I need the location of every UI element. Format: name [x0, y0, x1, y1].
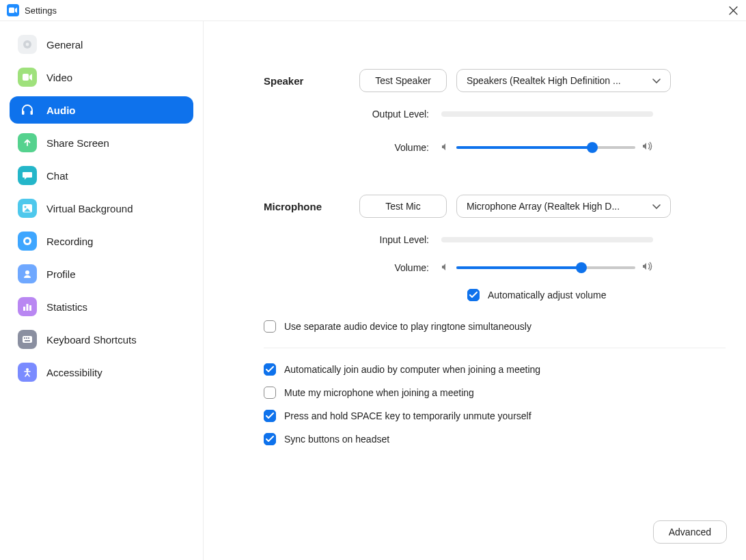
sidebar-item-label: Chat — [46, 170, 68, 182]
auto-join-audio-checkbox[interactable]: Automatically join audio by computer whe… — [264, 363, 726, 376]
svg-rect-11 — [23, 307, 25, 311]
checkbox-label: Sync buttons on headset — [284, 434, 389, 445]
sidebar-item-profile[interactable]: Profile — [10, 260, 193, 288]
sidebar-item-label: Profile — [46, 268, 76, 280]
svg-rect-16 — [26, 337, 27, 339]
svg-rect-4 — [22, 111, 25, 115]
sidebar-item-label: Virtual Background — [46, 203, 133, 214]
speaker-low-icon — [441, 262, 450, 274]
share-screen-icon — [18, 133, 37, 152]
sidebar-item-label: Audio — [46, 104, 76, 116]
sidebar-item-statistics[interactable]: Statistics — [10, 293, 193, 320]
speaker-high-icon — [642, 262, 653, 274]
sidebar-item-chat[interactable]: Chat — [10, 162, 193, 189]
headphones-icon — [18, 100, 37, 120]
profile-icon — [18, 264, 37, 283]
microphone-device-dropdown[interactable]: Microphone Array (Realtek High D... — [456, 195, 671, 218]
svg-rect-14 — [23, 336, 32, 343]
checkbox-box — [264, 410, 276, 422]
space-unmute-checkbox[interactable]: Press and hold SPACE key to temporarily … — [264, 410, 726, 422]
svg-rect-12 — [27, 304, 29, 311]
checkbox-box — [264, 387, 276, 399]
svg-rect-13 — [29, 305, 31, 311]
microphone-section: Microphone Test Mic Microphone Array (Re… — [264, 195, 726, 301]
microphone-device-value: Microphone Array (Realtek High D... — [467, 201, 620, 212]
svg-point-9 — [25, 239, 29, 243]
titlebar: Settings — [0, 0, 746, 21]
accessibility-icon — [18, 363, 37, 382]
sidebar-item-general[interactable]: General — [10, 31, 193, 58]
divider — [264, 348, 726, 348]
window-title: Settings — [25, 5, 57, 16]
sidebar-item-label: Keyboard Shortcuts — [46, 334, 137, 346]
sidebar-item-label: Recording — [46, 236, 93, 247]
output-level-label: Output Level: — [264, 109, 441, 120]
sidebar-item-label: Video — [46, 72, 72, 83]
mute-on-join-checkbox[interactable]: Mute my microphone when joining a meetin… — [264, 387, 726, 399]
microphone-label: Microphone — [264, 201, 359, 212]
chevron-down-icon — [652, 75, 661, 86]
sidebar-item-keyboard-shortcuts[interactable]: Keyboard Shortcuts — [10, 326, 193, 353]
sidebar-item-label: Share Screen — [46, 137, 109, 149]
app-logo — [7, 4, 19, 16]
checkbox-label: Mute my microphone when joining a meetin… — [284, 387, 474, 398]
statistics-icon — [18, 297, 37, 316]
sidebar-item-share-screen[interactable]: Share Screen — [10, 129, 193, 156]
svg-rect-18 — [25, 340, 30, 341]
speaker-low-icon — [441, 141, 450, 154]
gear-icon — [18, 35, 37, 54]
svg-point-7 — [25, 206, 27, 208]
test-mic-button[interactable]: Test Mic — [359, 195, 447, 218]
svg-point-10 — [25, 270, 29, 275]
image-icon — [18, 199, 37, 218]
output-level-meter — [441, 111, 653, 117]
speaker-volume-slider[interactable] — [441, 141, 653, 154]
main-container: General Video Audio Share Screen Chat — [0, 21, 746, 560]
svg-point-2 — [26, 43, 29, 46]
sidebar-item-audio[interactable]: Audio — [10, 96, 193, 124]
checkbox-label: Automatically adjust volume — [488, 290, 607, 300]
speaker-volume-label: Volume: — [264, 142, 441, 153]
checkbox-box — [264, 433, 276, 445]
close-button[interactable] — [727, 4, 739, 16]
svg-rect-15 — [24, 337, 25, 339]
chevron-down-icon — [652, 201, 661, 212]
sidebar: General Video Audio Share Screen Chat — [0, 21, 204, 560]
speaker-section: Speaker Test Speaker Speakers (Realtek H… — [264, 69, 726, 154]
speaker-high-icon — [642, 141, 653, 154]
sync-headset-checkbox[interactable]: Sync buttons on headset — [264, 433, 726, 445]
input-level-label: Input Level: — [264, 234, 441, 245]
mic-volume-slider[interactable] — [441, 262, 653, 274]
separate-ringtone-checkbox[interactable]: Use separate audio device to play ringto… — [264, 320, 531, 333]
audio-settings-panel: Speaker Test Speaker Speakers (Realtek H… — [204, 21, 746, 560]
svg-rect-3 — [23, 74, 29, 81]
sidebar-item-virtual-background[interactable]: Virtual Background — [10, 195, 193, 222]
svg-rect-17 — [28, 337, 29, 339]
record-icon — [18, 232, 37, 251]
checkbox-label: Press and hold SPACE key to temporarily … — [284, 410, 531, 421]
keyboard-icon — [18, 330, 37, 349]
svg-rect-0 — [9, 8, 14, 13]
sidebar-item-label: General — [46, 39, 83, 51]
checkbox-label: Automatically join audio by computer whe… — [284, 364, 540, 375]
sidebar-item-video[interactable]: Video — [10, 64, 193, 91]
svg-rect-5 — [31, 111, 33, 115]
speaker-device-dropdown[interactable]: Speakers (Realtek High Definition ... — [456, 69, 671, 92]
input-level-meter — [441, 237, 653, 242]
sidebar-item-recording[interactable]: Recording — [10, 227, 193, 255]
auto-adjust-volume-checkbox[interactable]: Automatically adjust volume — [467, 289, 607, 301]
checkbox-box — [264, 363, 276, 376]
mic-volume-label: Volume: — [264, 262, 441, 273]
sidebar-item-accessibility[interactable]: Accessibility — [10, 359, 193, 386]
checkbox-box — [467, 289, 480, 301]
video-icon — [18, 68, 37, 87]
speaker-device-value: Speakers (Realtek High Definition ... — [467, 75, 621, 86]
test-speaker-button[interactable]: Test Speaker — [359, 69, 447, 92]
chat-icon — [18, 166, 37, 185]
checkbox-box — [264, 320, 276, 333]
speaker-label: Speaker — [264, 75, 359, 87]
advanced-button[interactable]: Advanced — [653, 520, 727, 544]
sidebar-item-label: Statistics — [46, 301, 87, 313]
checkbox-label: Use separate audio device to play ringto… — [284, 321, 531, 332]
sidebar-item-label: Accessibility — [46, 367, 102, 378]
